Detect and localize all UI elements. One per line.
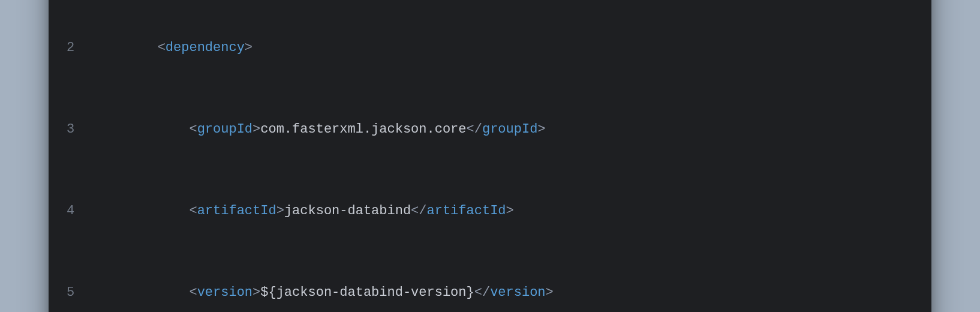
xml-text: ${jackson-databind-version} xyxy=(260,285,474,300)
code-content: <groupId>com.fasterxml.jackson.core</gro… xyxy=(94,119,913,140)
code-content: <artifactId>jackson-databind</artifactId… xyxy=(94,201,913,221)
indent xyxy=(94,285,189,300)
tag-close-bracket: > xyxy=(537,122,545,137)
tag-open-bracket: </ xyxy=(411,203,426,218)
code-block: 1 <!-- https://mvnrepository.com/artifac… xyxy=(67,0,913,312)
xml-text: com.fasterxml.jackson.core xyxy=(260,122,466,137)
tag-name: artifactId xyxy=(197,203,276,218)
tag-close-bracket: > xyxy=(245,40,252,55)
indent xyxy=(94,203,189,218)
indent xyxy=(94,122,189,137)
tag-close-bracket: > xyxy=(506,203,514,218)
tag-open-bracket: </ xyxy=(474,285,490,300)
code-window: 1 <!-- https://mvnrepository.com/artifac… xyxy=(49,0,931,312)
tag-name: dependency xyxy=(166,40,245,55)
tag-name: artifactId xyxy=(427,203,506,218)
tag-open-bracket: < xyxy=(189,285,197,300)
code-content: <dependency> xyxy=(94,38,913,58)
code-line: 3 <groupId>com.fasterxml.jackson.core</g… xyxy=(67,119,913,140)
code-line: 2 <dependency> xyxy=(67,38,913,58)
tag-open-bracket: < xyxy=(158,40,166,55)
code-content: <version>${jackson-databind-version}</ve… xyxy=(94,283,913,303)
tag-open-bracket: < xyxy=(189,122,197,137)
tag-close-bracket: > xyxy=(276,203,284,218)
tag-name: version xyxy=(197,285,252,300)
tag-name: groupId xyxy=(482,122,537,137)
tag-name: groupId xyxy=(197,122,252,137)
tag-name: version xyxy=(490,285,545,300)
tag-close-bracket: > xyxy=(252,285,260,300)
line-number: 4 xyxy=(67,201,94,221)
code-line: 5 <version>${jackson-databind-version}</… xyxy=(67,283,913,303)
xml-text: jackson-databind xyxy=(284,203,411,218)
indent xyxy=(94,40,158,55)
line-number: 2 xyxy=(67,38,94,58)
code-line: 4 <artifactId>jackson-databind</artifact… xyxy=(67,201,913,221)
line-number: 3 xyxy=(67,119,94,140)
tag-close-bracket: > xyxy=(252,122,260,137)
tag-open-bracket: < xyxy=(189,203,197,218)
tag-close-bracket: > xyxy=(546,285,554,300)
tag-open-bracket: </ xyxy=(467,122,482,137)
line-number: 5 xyxy=(67,283,94,303)
